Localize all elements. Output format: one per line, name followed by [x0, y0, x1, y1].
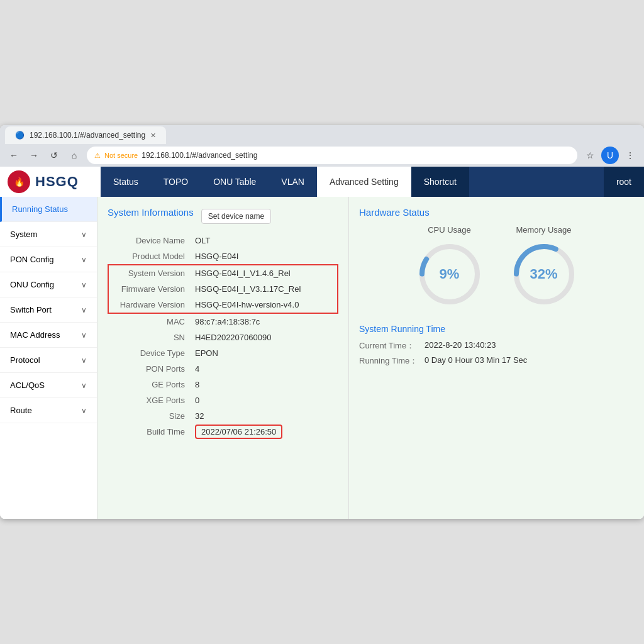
- menu-button[interactable]: ⋮: [621, 147, 639, 164]
- system-info-table: Device Name OLT Product Model HSGQ-E04I: [108, 233, 338, 440]
- field-value: HSGQ-E04I_I_V1.4.6_Rel: [190, 265, 338, 281]
- table-row: Firmware Version HSGQ-E04I_I_V3.1.17C_Re…: [108, 281, 338, 297]
- logo-text: HSGQ: [35, 174, 79, 190]
- nav-item-vlan[interactable]: VLAN: [269, 167, 317, 197]
- system-info-title: System Informations: [108, 207, 194, 218]
- forward-button[interactable]: →: [25, 147, 43, 164]
- logo-icon: 🔥: [8, 170, 30, 193]
- home-button[interactable]: ⌂: [65, 147, 83, 164]
- field-label: GE Ports: [108, 377, 190, 392]
- nav-menu: Status TOPO ONU Table VLAN Advanced Sett…: [101, 167, 644, 197]
- field-value: 2022/07/06 21:26:50: [190, 424, 338, 440]
- field-value: EPON: [190, 345, 338, 361]
- running-time-section: System Running Time Current Time： 2022-8…: [359, 324, 634, 367]
- table-row: System Version HSGQ-E04I_I_V1.4.6_Rel: [108, 265, 338, 281]
- nav-item-topo[interactable]: TOPO: [151, 167, 201, 197]
- field-value: 0: [190, 392, 338, 408]
- table-row: PON Ports 4: [108, 361, 338, 377]
- sidebar-item-label: System: [10, 230, 37, 239]
- running-time-row: Running Time： 0 Day 0 Hour 03 Min 17 Sec: [359, 355, 634, 367]
- chevron-down-icon: ∨: [81, 255, 87, 264]
- memory-gauge: 32%: [509, 240, 579, 309]
- content-area: System Informations Set device name Devi…: [97, 197, 644, 519]
- chevron-down-icon: ∨: [81, 381, 87, 390]
- cpu-gauge-container: CPU Usage 9%: [415, 225, 484, 309]
- table-row: SN H4ED202207060090: [108, 330, 338, 345]
- field-label: MAC: [108, 313, 190, 330]
- browser-toolbar: ← → ↺ ⌂ ⚠ Not secure 192.168.100.1/#/adv…: [0, 144, 644, 167]
- sidebar-item-running-status[interactable]: Running Status: [0, 197, 97, 222]
- main-area: Running Status System ∨ PON Config ∨ ONU…: [0, 197, 644, 519]
- chevron-down-icon: ∨: [81, 406, 87, 415]
- hardware-status-title: Hardware Status: [359, 207, 634, 218]
- gauges-row: CPU Usage 9%: [359, 225, 634, 309]
- cpu-usage-value: 9%: [440, 266, 460, 282]
- running-time-label: Running Time：: [359, 355, 422, 367]
- logo-symbol: 🔥: [14, 177, 25, 187]
- nav-item-status[interactable]: Status: [101, 167, 151, 197]
- field-value: H4ED202207060090: [190, 330, 338, 345]
- field-label: SN: [108, 330, 190, 345]
- build-time-value: 2022/07/06 21:26:50: [195, 425, 282, 439]
- chevron-down-icon: ∨: [81, 306, 87, 314]
- table-row: Size 32: [108, 408, 338, 424]
- nav-item-shortcut[interactable]: Shortcut: [411, 167, 469, 197]
- table-row: Hardware Version HSGQ-E04I-hw-version-v4…: [108, 297, 338, 313]
- sidebar-item-switch-port[interactable]: Switch Port ∨: [0, 297, 97, 323]
- hardware-status-panel: Hardware Status CPU Usage: [349, 197, 644, 519]
- table-row: Device Name OLT: [108, 233, 338, 248]
- nav-item-onu-table[interactable]: ONU Table: [201, 167, 269, 197]
- memory-usage-label: Memory Usage: [516, 225, 571, 235]
- field-value: HSGQ-E04I-hw-version-v4.0: [190, 297, 338, 313]
- field-label: Size: [108, 408, 190, 424]
- system-info-panel: System Informations Set device name Devi…: [97, 197, 349, 519]
- sidebar-item-mac-address[interactable]: MAC Address ∨: [0, 323, 97, 348]
- security-warning-text: Not secure: [104, 152, 138, 159]
- table-row: XGE Ports 0: [108, 392, 338, 408]
- sidebar-item-label: ONU Config: [10, 280, 54, 289]
- security-warning-icon: ⚠: [94, 152, 101, 160]
- nav-item-root[interactable]: root: [604, 167, 644, 197]
- browser-controls: ← → ↺ ⌂: [5, 147, 83, 164]
- app-container: 🔥 HSGQ Status TOPO ONU Table VLAN Adv: [0, 167, 644, 519]
- address-bar[interactable]: ⚠ Not secure 192.168.100.1/#/advanced_se…: [87, 147, 577, 164]
- browser-tab[interactable]: 🔵 192.168.100.1/#/advanced_setting ✕: [5, 126, 166, 144]
- field-value: HSGQ-E04I_I_V3.1.17C_Rel: [190, 281, 338, 297]
- field-label: Hardware Version: [108, 297, 190, 313]
- tab-title: 192.168.100.1/#/advanced_setting: [30, 131, 145, 140]
- field-label: Build Time: [108, 424, 190, 440]
- table-row: Build Time 2022/07/06 21:26:50: [108, 424, 338, 440]
- field-label: Device Name: [108, 233, 190, 248]
- field-value: 8: [190, 377, 338, 392]
- field-label: XGE Ports: [108, 392, 190, 408]
- field-value: OLT: [190, 233, 338, 248]
- cpu-gauge: 9%: [415, 240, 484, 309]
- sidebar-item-system[interactable]: System ∨: [0, 222, 97, 247]
- sidebar-item-onu-config[interactable]: ONU Config ∨: [0, 272, 97, 297]
- table-row: Product Model HSGQ-E04I: [108, 248, 338, 265]
- field-value: HSGQ-E04I: [190, 248, 338, 265]
- current-time-value: 2022-8-20 13:40:23: [425, 340, 496, 352]
- field-value: 98:c7:a4:18:38:7c: [190, 313, 338, 330]
- field-label: Device Type: [108, 345, 190, 361]
- nav-item-advanced-setting[interactable]: Advanced Setting: [317, 167, 411, 197]
- cpu-usage-label: CPU Usage: [428, 225, 471, 235]
- browser-actions: ☆ U ⋮: [581, 147, 639, 164]
- tab-close-icon[interactable]: ✕: [150, 131, 156, 140]
- profile-button[interactable]: U: [601, 147, 619, 164]
- sidebar-item-label: Switch Port: [10, 305, 52, 314]
- reload-button[interactable]: ↺: [45, 147, 63, 164]
- sidebar-item-route[interactable]: Route ∨: [0, 398, 97, 423]
- table-row: Device Type EPON: [108, 345, 338, 361]
- sidebar-item-label: ACL/QoS: [10, 380, 45, 390]
- set-device-name-button[interactable]: Set device name: [201, 209, 271, 224]
- address-text: 192.168.100.1/#/advanced_setting: [142, 151, 257, 160]
- running-time-value: 0 Day 0 Hour 03 Min 17 Sec: [425, 355, 527, 367]
- sidebar-item-protocol[interactable]: Protocol ∨: [0, 348, 97, 373]
- current-time-label: Current Time：: [359, 340, 422, 352]
- sidebar-item-pon-config[interactable]: PON Config ∨: [0, 247, 97, 272]
- sidebar-item-acl-qos[interactable]: ACL/QoS ∨: [0, 373, 97, 398]
- memory-usage-value: 32%: [530, 266, 557, 282]
- back-button[interactable]: ←: [5, 147, 23, 164]
- bookmark-button[interactable]: ☆: [581, 147, 599, 164]
